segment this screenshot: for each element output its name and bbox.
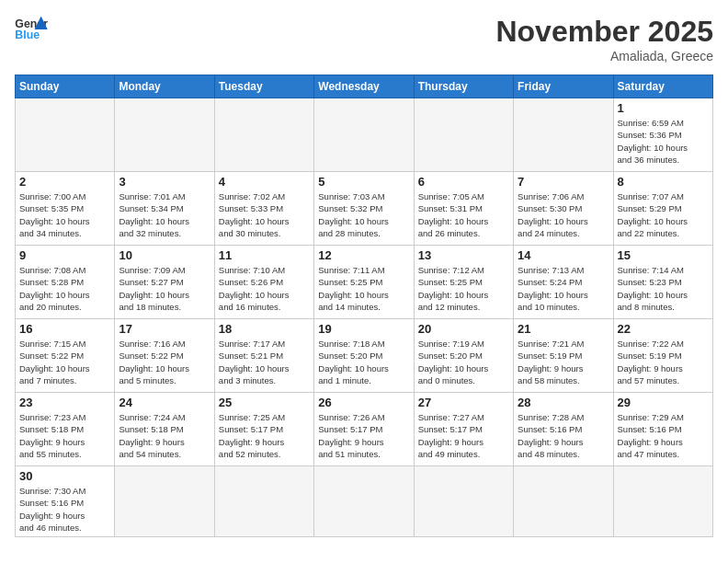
day-number: 27: [418, 396, 509, 409]
logo-icon: General Blue: [15, 15, 48, 42]
calendar-week-row: 2Sunrise: 7:00 AM Sunset: 5:35 PM Daylig…: [16, 172, 713, 246]
day-info: Sunrise: 7:28 AM Sunset: 5:16 PM Dayligh…: [518, 411, 609, 460]
calendar-day-cell: 14Sunrise: 7:13 AM Sunset: 5:24 PM Dayli…: [514, 246, 613, 319]
day-number: 23: [19, 396, 110, 409]
day-info: Sunrise: 7:15 AM Sunset: 5:22 PM Dayligh…: [19, 338, 110, 386]
calendar-day-cell: 4Sunrise: 7:02 AM Sunset: 5:33 PM Daylig…: [214, 172, 313, 246]
day-number: 9: [19, 248, 110, 262]
month-title: November 2025: [495, 15, 713, 49]
calendar-day-cell: 9Sunrise: 7:08 AM Sunset: 5:28 PM Daylig…: [16, 246, 115, 319]
day-number: 6: [418, 175, 509, 189]
day-info: Sunrise: 7:07 AM Sunset: 5:29 PM Dayligh…: [618, 190, 709, 239]
day-number: 24: [119, 396, 210, 409]
calendar-day-cell: 7Sunrise: 7:06 AM Sunset: 5:30 PM Daylig…: [514, 172, 613, 246]
day-number: 19: [318, 322, 409, 336]
calendar-day-cell: 16Sunrise: 7:15 AM Sunset: 5:22 PM Dayli…: [16, 319, 115, 393]
day-number: 7: [518, 175, 609, 189]
day-number: 25: [219, 396, 310, 409]
calendar-day-cell: 2Sunrise: 7:00 AM Sunset: 5:35 PM Daylig…: [16, 172, 115, 246]
calendar-day-cell: 12Sunrise: 7:11 AM Sunset: 5:25 PM Dayli…: [314, 246, 414, 319]
day-info: Sunrise: 7:18 AM Sunset: 5:20 PM Dayligh…: [318, 338, 409, 386]
day-info: Sunrise: 7:03 AM Sunset: 5:32 PM Dayligh…: [318, 190, 409, 239]
calendar-day-cell: [314, 98, 414, 172]
day-info: Sunrise: 7:24 AM Sunset: 5:18 PM Dayligh…: [119, 411, 210, 460]
calendar-day-cell: 15Sunrise: 7:14 AM Sunset: 5:23 PM Dayli…: [613, 246, 712, 319]
calendar-day-cell: [514, 98, 613, 172]
day-info: Sunrise: 7:06 AM Sunset: 5:30 PM Dayligh…: [518, 190, 609, 239]
calendar-day-cell: 10Sunrise: 7:09 AM Sunset: 5:27 PM Dayli…: [115, 246, 214, 319]
day-number: 28: [518, 396, 609, 409]
day-info: Sunrise: 7:10 AM Sunset: 5:26 PM Dayligh…: [219, 264, 310, 313]
calendar-day-cell: [115, 466, 214, 537]
calendar-day-cell: [115, 98, 214, 172]
day-info: Sunrise: 7:29 AM Sunset: 5:16 PM Dayligh…: [618, 411, 709, 460]
day-info: Sunrise: 7:02 AM Sunset: 5:33 PM Dayligh…: [219, 190, 310, 239]
day-number: 30: [19, 469, 110, 483]
day-number: 2: [19, 175, 110, 189]
calendar-day-cell: 17Sunrise: 7:16 AM Sunset: 5:22 PM Dayli…: [115, 319, 214, 393]
calendar-day-cell: 30Sunrise: 7:30 AM Sunset: 5:16 PM Dayli…: [16, 466, 115, 537]
calendar-day-cell: 29Sunrise: 7:29 AM Sunset: 5:16 PM Dayli…: [613, 393, 712, 466]
calendar-day-cell: [214, 98, 313, 172]
day-info: Sunrise: 7:00 AM Sunset: 5:35 PM Dayligh…: [19, 190, 110, 239]
day-info: Sunrise: 7:30 AM Sunset: 5:16 PM Dayligh…: [19, 485, 110, 534]
calendar-day-cell: [613, 466, 712, 537]
calendar-day-cell: 6Sunrise: 7:05 AM Sunset: 5:31 PM Daylig…: [414, 172, 513, 246]
calendar-day-cell: 11Sunrise: 7:10 AM Sunset: 5:26 PM Dayli…: [214, 246, 313, 319]
calendar-day-cell: 19Sunrise: 7:18 AM Sunset: 5:20 PM Dayli…: [314, 319, 414, 393]
page-header: General Blue November 2025 Amaliada, Gre…: [15, 15, 713, 63]
day-info: Sunrise: 7:11 AM Sunset: 5:25 PM Dayligh…: [318, 264, 409, 313]
day-of-week-header: Thursday: [414, 75, 513, 98]
calendar-day-cell: [514, 466, 613, 537]
day-number: 3: [119, 175, 210, 189]
day-number: 14: [518, 248, 609, 262]
day-info: Sunrise: 7:17 AM Sunset: 5:21 PM Dayligh…: [219, 338, 310, 386]
calendar-week-row: 1Sunrise: 6:59 AM Sunset: 5:36 PM Daylig…: [16, 98, 713, 172]
day-info: Sunrise: 6:59 AM Sunset: 5:36 PM Dayligh…: [618, 117, 709, 166]
day-number: 13: [418, 248, 509, 262]
day-number: 22: [618, 322, 709, 336]
day-info: Sunrise: 7:13 AM Sunset: 5:24 PM Dayligh…: [518, 264, 609, 313]
day-number: 17: [119, 322, 210, 336]
day-info: Sunrise: 7:01 AM Sunset: 5:34 PM Dayligh…: [119, 190, 210, 239]
day-number: 15: [618, 248, 709, 262]
calendar-day-cell: 27Sunrise: 7:27 AM Sunset: 5:17 PM Dayli…: [414, 393, 513, 466]
calendar-week-row: 9Sunrise: 7:08 AM Sunset: 5:28 PM Daylig…: [16, 246, 713, 319]
day-info: Sunrise: 7:08 AM Sunset: 5:28 PM Dayligh…: [19, 264, 110, 313]
calendar-day-cell: 24Sunrise: 7:24 AM Sunset: 5:18 PM Dayli…: [115, 393, 214, 466]
day-info: Sunrise: 7:16 AM Sunset: 5:22 PM Dayligh…: [119, 338, 210, 386]
calendar-day-cell: 25Sunrise: 7:25 AM Sunset: 5:17 PM Dayli…: [214, 393, 313, 466]
day-info: Sunrise: 7:26 AM Sunset: 5:17 PM Dayligh…: [318, 411, 409, 460]
logo: General Blue: [15, 15, 48, 42]
calendar-day-cell: 8Sunrise: 7:07 AM Sunset: 5:29 PM Daylig…: [613, 172, 712, 246]
calendar-day-cell: [16, 98, 115, 172]
day-info: Sunrise: 7:27 AM Sunset: 5:17 PM Dayligh…: [418, 411, 509, 460]
location-subtitle: Amaliada, Greece: [495, 49, 713, 63]
day-info: Sunrise: 7:12 AM Sunset: 5:25 PM Dayligh…: [418, 264, 509, 313]
day-of-week-header: Wednesday: [314, 75, 414, 98]
day-info: Sunrise: 7:25 AM Sunset: 5:17 PM Dayligh…: [219, 411, 310, 460]
day-info: Sunrise: 7:19 AM Sunset: 5:20 PM Dayligh…: [418, 338, 509, 386]
calendar-day-cell: 5Sunrise: 7:03 AM Sunset: 5:32 PM Daylig…: [314, 172, 414, 246]
calendar-header-row: SundayMondayTuesdayWednesdayThursdayFrid…: [16, 75, 713, 98]
calendar-day-cell: 1Sunrise: 6:59 AM Sunset: 5:36 PM Daylig…: [613, 98, 712, 172]
calendar-day-cell: 18Sunrise: 7:17 AM Sunset: 5:21 PM Dayli…: [214, 319, 313, 393]
day-number: 16: [19, 322, 110, 336]
day-number: 1: [618, 101, 709, 115]
day-info: Sunrise: 7:21 AM Sunset: 5:19 PM Dayligh…: [518, 338, 609, 386]
calendar-table: SundayMondayTuesdayWednesdayThursdayFrid…: [15, 75, 713, 537]
day-of-week-header: Friday: [514, 75, 613, 98]
calendar-day-cell: 3Sunrise: 7:01 AM Sunset: 5:34 PM Daylig…: [115, 172, 214, 246]
day-number: 10: [119, 248, 210, 262]
calendar-day-cell: 20Sunrise: 7:19 AM Sunset: 5:20 PM Dayli…: [414, 319, 513, 393]
day-number: 4: [219, 175, 310, 189]
day-number: 18: [219, 322, 310, 336]
calendar-day-cell: 21Sunrise: 7:21 AM Sunset: 5:19 PM Dayli…: [514, 319, 613, 393]
calendar-day-cell: [214, 466, 313, 537]
day-number: 20: [418, 322, 509, 336]
day-info: Sunrise: 7:05 AM Sunset: 5:31 PM Dayligh…: [418, 190, 509, 239]
day-number: 8: [618, 175, 709, 189]
day-info: Sunrise: 7:23 AM Sunset: 5:18 PM Dayligh…: [19, 411, 110, 460]
calendar-day-cell: 22Sunrise: 7:22 AM Sunset: 5:19 PM Dayli…: [613, 319, 712, 393]
day-info: Sunrise: 7:22 AM Sunset: 5:19 PM Dayligh…: [618, 338, 709, 386]
